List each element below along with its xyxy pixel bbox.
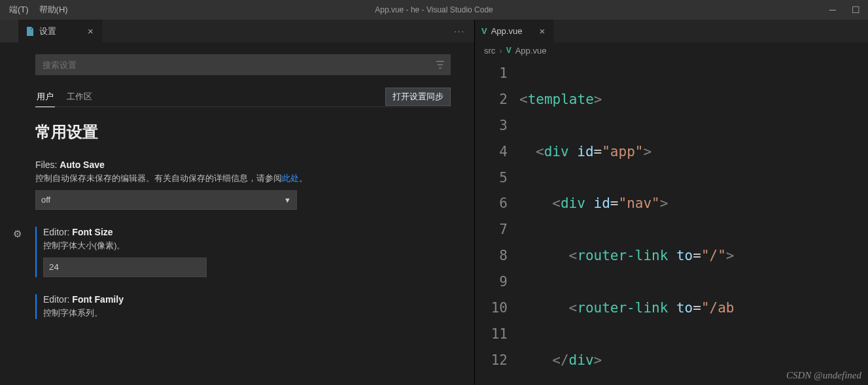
tab-settings[interactable]: 设置 × bbox=[18, 20, 102, 42]
vue-icon: V bbox=[481, 26, 487, 36]
setting-editor-fontfamily: Editor: Font Family 控制字体系列。 bbox=[35, 294, 451, 320]
window-title: App.vue - he - Visual Studio Code bbox=[0, 5, 868, 14]
autosave-value: off bbox=[41, 195, 50, 205]
autosave-doc-link[interactable]: 此处 bbox=[282, 174, 299, 183]
vue-icon: V bbox=[506, 46, 512, 55]
menubar: 端(T) 帮助(H) App.vue - he - Visual Studio … bbox=[0, 0, 868, 20]
section-title-common: 常用设置 bbox=[35, 122, 451, 142]
watermark: CSDN @undefined bbox=[786, 370, 861, 381]
code-content[interactable]: <template> <div id="app"> <div id="nav">… bbox=[519, 58, 868, 385]
fontsize-input[interactable] bbox=[43, 258, 207, 277]
window-controls: ─ ☐ bbox=[829, 5, 864, 15]
setting-label: Editor: Font Family bbox=[43, 294, 451, 305]
settings-pane: 设置 × ··· 用户 工作区 打开设置同步 常用设置 bbox=[0, 20, 475, 385]
settings-file-icon bbox=[25, 26, 35, 37]
menu-help[interactable]: 帮助(H) bbox=[34, 1, 73, 18]
breadcrumb-file[interactable]: App.vue bbox=[515, 46, 547, 56]
breadcrumb-src[interactable]: src bbox=[484, 46, 495, 56]
menu-terminal[interactable]: 端(T) bbox=[4, 1, 34, 18]
setting-label: Editor: Font Size bbox=[43, 227, 451, 237]
setting-desc: 控制自动保存未保存的编辑器。有关自动保存的详细信息，请参阅此处。 bbox=[35, 173, 451, 185]
settings-body: 用户 工作区 打开设置同步 常用设置 Files: Auto Save 控制自动… bbox=[0, 42, 474, 385]
maximize-icon[interactable]: ☐ bbox=[852, 5, 860, 15]
autosave-select[interactable]: off ▼ bbox=[35, 190, 297, 210]
chevron-right-icon: › bbox=[499, 46, 502, 56]
tab-settings-label: 设置 bbox=[39, 25, 56, 37]
line-gutter: 123456789101112 bbox=[475, 58, 519, 385]
tab-app-vue[interactable]: V App.vue × bbox=[475, 20, 553, 42]
settings-content: 常用设置 Files: Auto Save 控制自动保存未保存的编辑器。有关自动… bbox=[35, 107, 451, 319]
left-tabs: 设置 × ··· bbox=[0, 20, 474, 42]
chevron-down-icon: ▼ bbox=[284, 196, 291, 204]
setting-editor-fontsize: ⚙ Editor: Font Size 控制字体大小(像素)。 bbox=[35, 227, 451, 277]
more-actions-icon[interactable]: ··· bbox=[445, 20, 474, 42]
close-icon[interactable]: × bbox=[538, 26, 546, 36]
gear-icon[interactable]: ⚙ bbox=[13, 228, 22, 240]
setting-desc: 控制字体系列。 bbox=[43, 307, 451, 320]
editor-pane: V App.vue × src › V App.vue 123456789101… bbox=[475, 20, 868, 385]
search-input[interactable] bbox=[35, 54, 451, 75]
scope-tab-user[interactable]: 用户 bbox=[35, 87, 55, 107]
scope-tab-workspace[interactable]: 工作区 bbox=[65, 87, 94, 107]
tab-app-vue-label: App.vue bbox=[491, 26, 523, 36]
close-icon[interactable]: × bbox=[86, 26, 95, 36]
code-editor[interactable]: 123456789101112 <template> <div id="app"… bbox=[475, 58, 868, 385]
setting-files-autosave: Files: Auto Save 控制自动保存未保存的编辑器。有关自动保存的详细… bbox=[35, 159, 451, 210]
search-wrap bbox=[35, 54, 451, 75]
setting-desc: 控制字体大小(像素)。 bbox=[43, 240, 451, 252]
filter-icon[interactable] bbox=[435, 59, 445, 72]
right-tabs: V App.vue × bbox=[475, 20, 868, 42]
settings-scope-tabs: 用户 工作区 打开设置同步 bbox=[35, 87, 451, 107]
setting-label: Files: Auto Save bbox=[35, 159, 451, 170]
minimize-icon[interactable]: ─ bbox=[829, 5, 836, 15]
breadcrumbs: src › V App.vue bbox=[475, 42, 868, 58]
open-settings-sync-button[interactable]: 打开设置同步 bbox=[385, 88, 451, 106]
